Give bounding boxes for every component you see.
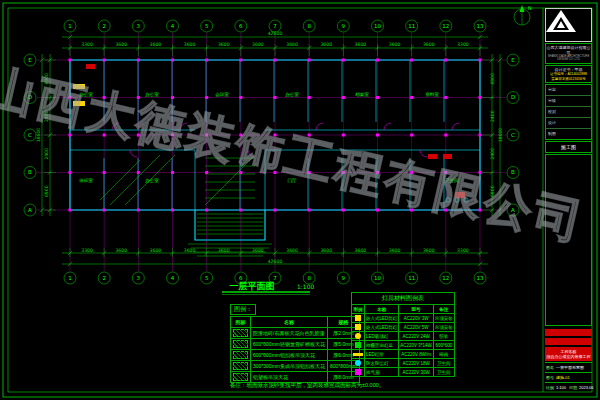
column-marker [69,96,72,99]
column-marker [376,171,379,174]
lamp-note: 吊顶安装 [433,314,454,323]
dim-bottom: 3600 [150,248,162,253]
dim-top: 3600 [320,42,332,47]
column-marker [444,96,447,99]
company-name: 山西大德建筑设计有限公司 SHANXI DADE ARCHITECTURE DE… [545,43,592,64]
legend-row: 铝塑板吊顶天花厚8.0mm [231,372,360,383]
axis-left-label: B [28,169,32,175]
lamp-note: 暗藏 [433,350,454,359]
lamp-note: 明装 [433,332,454,341]
column-marker [342,209,345,212]
axis-bottom-label: 8 [307,275,311,281]
column-marker [410,209,413,212]
sheet-note: 备注：地面做水泥砂浆找平层，室内装修完成面标高为±0.000。 [230,382,384,389]
axis-top-label: 10 [374,23,381,29]
column-marker [308,96,311,99]
axis-bottom-label: 11 [408,275,415,281]
company-name-en: SHANXI DADE ARCHITECTURE DESIGN CO.,LTD [546,55,591,62]
column-marker [103,134,106,137]
dim-left-total: 18600 [36,128,41,143]
dimension-lines: 3300360036003600360036003600360036003600… [36,31,503,266]
room-label: 门厅 [288,177,298,183]
door-swings [112,123,459,157]
legend-row: 防滑地砖/石膏板天花白色乳胶漆厚2.0mm [231,328,360,339]
column-marker [274,209,277,212]
column-marker [376,134,379,137]
column-marker [205,134,208,137]
door-swing [452,123,459,130]
axis-left-label: A [28,207,32,213]
titleblock-spacer [545,154,592,325]
axis-top-label: 1 [68,23,72,29]
dim-bottom: 3300 [457,248,469,253]
lamp-row: LED灯带AC220V 8W/m暗藏 [352,350,455,359]
plan-scale: 1:100 [297,283,314,290]
axis-bottom-label: 9 [342,275,346,281]
logo-icon [544,8,578,34]
column-marker [444,209,447,212]
cert-approval: 晋建审字第0123456号 [546,77,591,82]
lamp-note: 吊顶安装 [433,323,454,332]
column-marker [274,171,277,174]
legend-row: 600*600mm铝扣板吊顶天花厚6.0mm [231,350,360,361]
axis-top-label: 4 [171,23,175,29]
certificate-box: 设计证书：甲级 证书编号：A114002888 晋建审字第0123456号 [545,65,592,83]
dim-left: 2400 [44,110,49,122]
column-marker [342,96,345,99]
scale-date-row: 比例 1:100 日期 2023.06 [545,382,592,392]
axis-bottom-label: 5 [205,275,209,281]
lamp-model: AC220V 3W [399,314,434,323]
column-marker [479,96,482,99]
dim-bottom: 3600 [218,248,230,253]
lamp-row: 嵌入式LED筒灯AC220V 3W吊顶安装 [352,314,455,323]
column-marker [444,134,447,137]
stage-label: 施工图 [545,141,592,153]
axis-bottom-label: 6 [239,275,243,281]
room-label: 会议室 [215,92,229,97]
column-marker [137,171,140,174]
axis-bottom-label: 7 [273,275,277,281]
plan-title-group: 一层平面图 1:100 [222,281,314,295]
dim-top: 3300 [81,42,93,47]
axis-bottom-label: 12 [442,275,449,281]
room-labels: 办公室办公室会议室办公室档案室资料室值班室办公室门厅卫生间 [78,92,459,184]
lamp-name: 防水防尘灯 [365,359,399,368]
lamp-header: 备注 [433,305,454,314]
axis-left-label: E [28,57,32,63]
dim-bottom: 3600 [184,248,196,253]
lamp-note: 卫生间 [433,368,454,377]
legend-row: 600*600mm轻钢龙骨矿棉板天花厚5.0mm [231,339,360,350]
dim-left: 6900 [44,185,49,197]
signature-row: 设计 [546,118,591,129]
axis-top-label: 11 [408,23,415,29]
column-marker [410,59,413,62]
axis-top-label: 5 [205,23,209,29]
lamp-model: AC220V 3*14W [399,341,434,350]
dim-top: 3600 [150,42,162,47]
dim-right-total: 18600 [498,128,503,143]
legend-name: 防滑地砖/石膏板天花白色乳胶漆 [251,328,328,339]
axis-top-label: 12 [442,23,449,29]
axis-bottom-label: 13 [477,275,484,281]
column-marker [444,59,447,62]
drawing-name-label: 图名 [546,365,554,370]
column-marker [69,209,72,212]
legend-name: 600*600mm铝扣板吊顶天花 [251,350,328,361]
company-logo [545,8,592,42]
project-name-box: 工程名称 综合办公楼室内装修工程 [545,347,592,361]
axis-top-label: 2 [102,23,106,29]
axis-top-label: 8 [307,23,311,29]
title-block: 山西大德建筑设计有限公司 SHANXI DADE ARCHITECTURE DE… [544,8,593,392]
lamp-model: AC220V 8W/m [399,350,434,359]
column-marker [410,171,413,174]
lamp-icon [355,360,361,366]
column-marker [103,96,106,99]
column-marker [205,209,208,212]
column-marker [308,209,311,212]
dim-top: 3600 [218,42,230,47]
lamp-row: LED吸顶灯AC220V 24W明装 [352,332,455,341]
drawing-name-value: 一层平面布置图 [556,365,584,370]
column-marker [171,134,174,137]
legend-name: 300*300mm集成吊顶铝扣板天花 [251,361,328,372]
axis-top-label: 7 [273,23,277,29]
